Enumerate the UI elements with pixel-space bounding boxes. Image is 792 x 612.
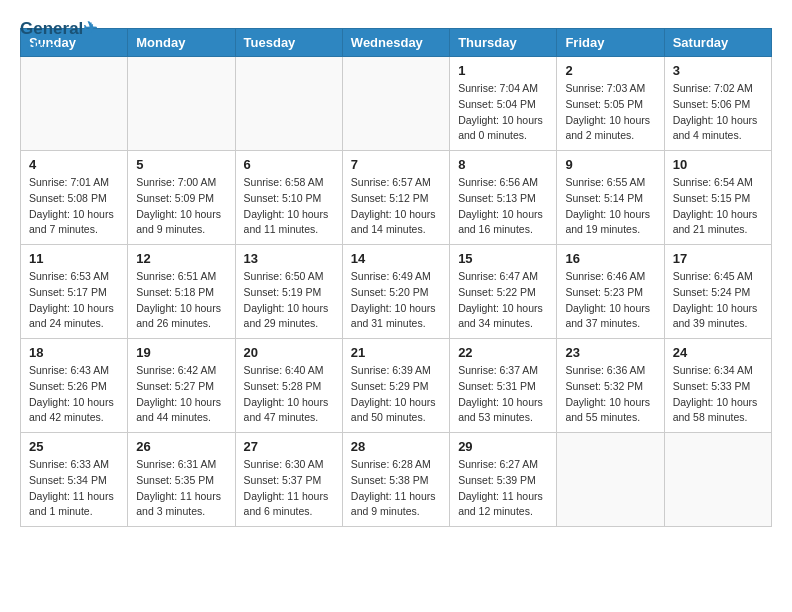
calendar-cell: 20Sunrise: 6:40 AMSunset: 5:28 PMDayligh… — [235, 339, 342, 433]
day-number: 29 — [458, 439, 548, 454]
calendar-cell: 23Sunrise: 6:36 AMSunset: 5:32 PMDayligh… — [557, 339, 664, 433]
day-number: 20 — [244, 345, 334, 360]
day-info: Sunrise: 6:58 AMSunset: 5:10 PMDaylight:… — [244, 175, 334, 238]
calendar-table: SundayMondayTuesdayWednesdayThursdayFrid… — [20, 28, 772, 527]
calendar-cell: 21Sunrise: 6:39 AMSunset: 5:29 PMDayligh… — [342, 339, 449, 433]
calendar-cell: 17Sunrise: 6:45 AMSunset: 5:24 PMDayligh… — [664, 245, 771, 339]
calendar-cell: 29Sunrise: 6:27 AMSunset: 5:39 PMDayligh… — [450, 433, 557, 527]
day-number: 2 — [565, 63, 655, 78]
day-number: 15 — [458, 251, 548, 266]
calendar-week-row: 11Sunrise: 6:53 AMSunset: 5:17 PMDayligh… — [21, 245, 772, 339]
day-info: Sunrise: 6:31 AMSunset: 5:35 PMDaylight:… — [136, 457, 226, 520]
calendar-cell — [664, 433, 771, 527]
logo-general: General — [20, 19, 83, 38]
calendar-week-row: 25Sunrise: 6:33 AMSunset: 5:34 PMDayligh… — [21, 433, 772, 527]
day-of-week-header: Monday — [128, 29, 235, 57]
day-number: 11 — [29, 251, 119, 266]
calendar-cell: 16Sunrise: 6:46 AMSunset: 5:23 PMDayligh… — [557, 245, 664, 339]
day-number: 21 — [351, 345, 441, 360]
calendar-cell: 12Sunrise: 6:51 AMSunset: 5:18 PMDayligh… — [128, 245, 235, 339]
calendar-week-row: 1Sunrise: 7:04 AMSunset: 5:04 PMDaylight… — [21, 57, 772, 151]
day-number: 10 — [673, 157, 763, 172]
calendar-cell: 14Sunrise: 6:49 AMSunset: 5:20 PMDayligh… — [342, 245, 449, 339]
day-of-week-header: Saturday — [664, 29, 771, 57]
day-number: 14 — [351, 251, 441, 266]
day-info: Sunrise: 6:53 AMSunset: 5:17 PMDaylight:… — [29, 269, 119, 332]
day-info: Sunrise: 6:56 AMSunset: 5:13 PMDaylight:… — [458, 175, 548, 238]
day-info: Sunrise: 6:28 AMSunset: 5:38 PMDaylight:… — [351, 457, 441, 520]
day-info: Sunrise: 6:39 AMSunset: 5:29 PMDaylight:… — [351, 363, 441, 426]
day-info: Sunrise: 7:01 AMSunset: 5:08 PMDaylight:… — [29, 175, 119, 238]
calendar-cell: 11Sunrise: 6:53 AMSunset: 5:17 PMDayligh… — [21, 245, 128, 339]
day-number: 25 — [29, 439, 119, 454]
day-info: Sunrise: 6:27 AMSunset: 5:39 PMDaylight:… — [458, 457, 548, 520]
day-number: 12 — [136, 251, 226, 266]
day-number: 23 — [565, 345, 655, 360]
day-info: Sunrise: 7:04 AMSunset: 5:04 PMDaylight:… — [458, 81, 548, 144]
day-number: 24 — [673, 345, 763, 360]
day-info: Sunrise: 6:43 AMSunset: 5:26 PMDaylight:… — [29, 363, 119, 426]
day-number: 5 — [136, 157, 226, 172]
calendar-cell: 2Sunrise: 7:03 AMSunset: 5:05 PMDaylight… — [557, 57, 664, 151]
day-number: 4 — [29, 157, 119, 172]
day-number: 17 — [673, 251, 763, 266]
logo: General✈ Blue — [20, 20, 97, 57]
day-number: 22 — [458, 345, 548, 360]
day-info: Sunrise: 6:40 AMSunset: 5:28 PMDaylight:… — [244, 363, 334, 426]
day-number: 28 — [351, 439, 441, 454]
calendar-cell: 6Sunrise: 6:58 AMSunset: 5:10 PMDaylight… — [235, 151, 342, 245]
calendar-cell: 18Sunrise: 6:43 AMSunset: 5:26 PMDayligh… — [21, 339, 128, 433]
day-number: 6 — [244, 157, 334, 172]
day-info: Sunrise: 6:47 AMSunset: 5:22 PMDaylight:… — [458, 269, 548, 332]
day-number: 16 — [565, 251, 655, 266]
day-number: 1 — [458, 63, 548, 78]
day-info: Sunrise: 7:03 AMSunset: 5:05 PMDaylight:… — [565, 81, 655, 144]
day-info: Sunrise: 6:57 AMSunset: 5:12 PMDaylight:… — [351, 175, 441, 238]
day-info: Sunrise: 6:33 AMSunset: 5:34 PMDaylight:… — [29, 457, 119, 520]
calendar-cell: 15Sunrise: 6:47 AMSunset: 5:22 PMDayligh… — [450, 245, 557, 339]
day-info: Sunrise: 6:49 AMSunset: 5:20 PMDaylight:… — [351, 269, 441, 332]
calendar-cell — [342, 57, 449, 151]
day-number: 19 — [136, 345, 226, 360]
calendar-cell: 19Sunrise: 6:42 AMSunset: 5:27 PMDayligh… — [128, 339, 235, 433]
calendar-cell — [128, 57, 235, 151]
calendar-cell: 1Sunrise: 7:04 AMSunset: 5:04 PMDaylight… — [450, 57, 557, 151]
day-info: Sunrise: 7:02 AMSunset: 5:06 PMDaylight:… — [673, 81, 763, 144]
day-info: Sunrise: 6:55 AMSunset: 5:14 PMDaylight:… — [565, 175, 655, 238]
calendar-cell — [235, 57, 342, 151]
day-number: 27 — [244, 439, 334, 454]
day-info: Sunrise: 7:00 AMSunset: 5:09 PMDaylight:… — [136, 175, 226, 238]
day-info: Sunrise: 6:42 AMSunset: 5:27 PMDaylight:… — [136, 363, 226, 426]
calendar-cell: 7Sunrise: 6:57 AMSunset: 5:12 PMDaylight… — [342, 151, 449, 245]
day-number: 8 — [458, 157, 548, 172]
calendar-cell: 13Sunrise: 6:50 AMSunset: 5:19 PMDayligh… — [235, 245, 342, 339]
day-number: 13 — [244, 251, 334, 266]
calendar-week-row: 18Sunrise: 6:43 AMSunset: 5:26 PMDayligh… — [21, 339, 772, 433]
calendar-week-row: 4Sunrise: 7:01 AMSunset: 5:08 PMDaylight… — [21, 151, 772, 245]
day-info: Sunrise: 6:34 AMSunset: 5:33 PMDaylight:… — [673, 363, 763, 426]
calendar-cell: 8Sunrise: 6:56 AMSunset: 5:13 PMDaylight… — [450, 151, 557, 245]
day-of-week-header: Tuesday — [235, 29, 342, 57]
day-of-week-header: Thursday — [450, 29, 557, 57]
calendar-cell: 25Sunrise: 6:33 AMSunset: 5:34 PMDayligh… — [21, 433, 128, 527]
day-number: 18 — [29, 345, 119, 360]
day-info: Sunrise: 6:46 AMSunset: 5:23 PMDaylight:… — [565, 269, 655, 332]
day-info: Sunrise: 6:51 AMSunset: 5:18 PMDaylight:… — [136, 269, 226, 332]
day-of-week-header: Wednesday — [342, 29, 449, 57]
calendar-header-row: SundayMondayTuesdayWednesdayThursdayFrid… — [21, 29, 772, 57]
calendar-cell: 3Sunrise: 7:02 AMSunset: 5:06 PMDaylight… — [664, 57, 771, 151]
calendar-cell: 9Sunrise: 6:55 AMSunset: 5:14 PMDaylight… — [557, 151, 664, 245]
day-info: Sunrise: 6:54 AMSunset: 5:15 PMDaylight:… — [673, 175, 763, 238]
day-number: 3 — [673, 63, 763, 78]
calendar-cell: 10Sunrise: 6:54 AMSunset: 5:15 PMDayligh… — [664, 151, 771, 245]
calendar-cell: 28Sunrise: 6:28 AMSunset: 5:38 PMDayligh… — [342, 433, 449, 527]
day-info: Sunrise: 6:45 AMSunset: 5:24 PMDaylight:… — [673, 269, 763, 332]
calendar-cell: 5Sunrise: 7:00 AMSunset: 5:09 PMDaylight… — [128, 151, 235, 245]
day-info: Sunrise: 6:50 AMSunset: 5:19 PMDaylight:… — [244, 269, 334, 332]
logo-bird-icon: ✈ — [83, 19, 97, 38]
day-info: Sunrise: 6:36 AMSunset: 5:32 PMDaylight:… — [565, 363, 655, 426]
day-of-week-header: Friday — [557, 29, 664, 57]
day-info: Sunrise: 6:30 AMSunset: 5:37 PMDaylight:… — [244, 457, 334, 520]
day-number: 7 — [351, 157, 441, 172]
logo-blue: Blue — [20, 39, 57, 58]
